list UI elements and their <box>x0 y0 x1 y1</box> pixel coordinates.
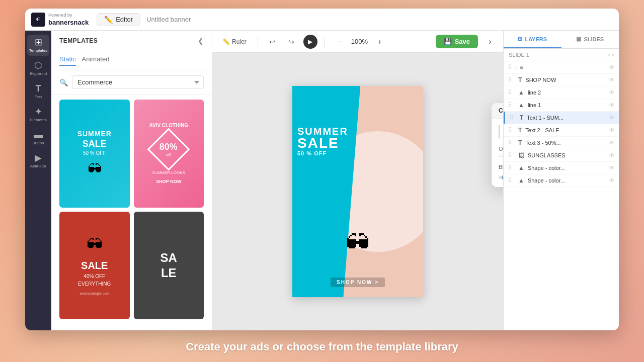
sidebar-item-elements[interactable]: ✦ Elements <box>27 104 49 125</box>
more-button[interactable]: › <box>483 35 497 49</box>
redo-button[interactable]: ↪ <box>284 35 298 49</box>
template-thumb-4[interactable]: SA LE <box>134 212 204 320</box>
tab-layers[interactable]: ⊞ LAYERS <box>504 31 561 48</box>
tmpl4-line1: SA <box>160 251 177 265</box>
banner-title-input[interactable] <box>146 16 231 23</box>
banner-sunglass-icon: 🕶 <box>346 229 370 257</box>
color-swatch[interactable] <box>499 125 500 139</box>
tmpl3-website: www.example.com <box>80 292 109 295</box>
canvas-area: 📏 Ruler ↩ ↪ ▶ − 100% + 💾 Save › <box>212 31 503 330</box>
banner-line3: 50 % OFF <box>297 150 348 156</box>
layer-name-shape1: Shape - color... <box>528 165 607 171</box>
tmpl2-off: off <box>159 152 178 157</box>
sidebar-item-text[interactable]: T Text <box>27 81 49 102</box>
zoom-out-button[interactable]: − <box>332 35 346 49</box>
template-tabs: Static Animated <box>51 51 212 70</box>
shape-layer-icon: ▲ <box>518 177 524 184</box>
shape-layer-icon: ▲ <box>518 164 524 171</box>
layer-item-text2[interactable]: ⠿ T Text 2 - SALE 👁 <box>504 124 619 137</box>
save-label: Save <box>455 38 470 45</box>
banner-shop-now: SHOP NOW > <box>331 278 385 287</box>
app-window: 🏷 Powered by bannersnack ✏️ Editor ⊞ Tem… <box>25 9 619 330</box>
visibility-icon[interactable]: 👁 <box>609 127 615 134</box>
main-layout: ⊞ Templates ⬡ Bkground T Text ✦ Elements… <box>25 31 619 330</box>
visibility-icon[interactable]: 👁 <box>609 89 615 96</box>
logo-area: 🏷 Powered by bannersnack <box>31 13 89 27</box>
zoom-in-button[interactable]: + <box>373 35 387 49</box>
layer-item-line1[interactable]: ⠿ ▲ line 1 👁 <box>504 99 619 112</box>
pencil-icon: ✏️ <box>104 16 113 24</box>
visibility-icon[interactable]: 👁 <box>609 102 615 109</box>
sidebar-animator-label: Animator <box>30 164 46 168</box>
template-thumb-2[interactable]: AVIV CLOTHING 80% off SUMMER LOOKS SHOP … <box>134 100 204 208</box>
sidebar-item-templates[interactable]: ⊞ Templates <box>27 35 49 56</box>
canvas-content[interactable]: SUMMER SALE 50 % OFF 🕶 SHOP NOW > COLOR … <box>212 53 503 330</box>
layer-item-shopnow[interactable]: ⠿ T SHOP NOW 👁 <box>504 74 619 86</box>
layer-item-text3[interactable]: ⠿ T Text 3 - 50%... 👁 <box>504 137 619 149</box>
layer-item-sunglasses[interactable]: ⠿ 🖼 SUNGLASSES 👁 <box>504 149 619 162</box>
zoom-value: 100% <box>351 38 368 45</box>
sidebar-item-button[interactable]: ▬ Button <box>27 127 49 148</box>
tab-slides[interactable]: ▦ SLIDES <box>561 31 619 48</box>
opacity-bar[interactable] <box>499 154 503 157</box>
logo-icon: 🏷 <box>31 13 45 27</box>
layer-name-shopnow: SHOP NOW <box>525 77 607 83</box>
canvas-toolbar: 📏 Ruler ↩ ↪ ▶ − 100% + 💾 Save › <box>212 31 503 53</box>
visibility-icon[interactable]: 👁 <box>609 164 615 171</box>
left-sidebar: ⊞ Templates ⬡ Bkground T Text ✦ Elements… <box>25 31 51 330</box>
visibility-icon-group[interactable]: 👁 <box>609 64 615 71</box>
layer-name-line2: line 2 <box>528 89 607 96</box>
ruler-icon: 📏 <box>222 38 230 45</box>
layer-name-text2: Text 2 - SALE <box>525 127 607 133</box>
editor-label: Editor <box>116 16 133 23</box>
slides-icon: ▦ <box>576 36 581 42</box>
expand-icon[interactable]: › <box>515 65 517 70</box>
sidebar-elements-label: Elements <box>30 118 46 122</box>
drag-handle-icon: ⠿ <box>508 164 512 171</box>
right-panel-tabs: ⊞ LAYERS ▦ SLIDES <box>504 31 619 49</box>
ruler-button[interactable]: 📏 Ruler <box>218 36 251 47</box>
sidebar-item-animator[interactable]: ▶ Animator <box>27 150 49 171</box>
template-thumb-3[interactable]: 🕶 SALE 40% OFF EVERYTHING www.example.co… <box>59 212 130 320</box>
tmpl2-cta: SHOP NOW <box>156 179 181 184</box>
visibility-icon[interactable]: 👁 <box>609 76 615 83</box>
visibility-icon[interactable]: 👁 <box>609 177 615 184</box>
undo-button[interactable]: ↩ <box>265 35 279 49</box>
text-layer-icon: T <box>518 139 522 146</box>
panel-collapse-button[interactable]: ❮ <box>198 37 204 45</box>
save-button[interactable]: 💾 Save <box>436 35 478 48</box>
drag-handle-icon: ⠿ <box>508 127 512 134</box>
banner-line1: SUMMER <box>297 126 348 136</box>
tmpl1-sunglass-icon: 🕶 <box>88 161 102 177</box>
slides-label: SLIDES <box>584 36 604 42</box>
visibility-icon[interactable]: 👁 <box>609 139 615 146</box>
editor-tab[interactable]: ✏️ Editor <box>97 13 140 26</box>
slide-next-button[interactable]: › <box>612 52 614 58</box>
tmpl1-line3: 50 % OFF <box>83 150 106 156</box>
play-button[interactable]: ▶ <box>303 35 317 49</box>
template-grid: SUMMER SALE 50 % OFF 🕶 AVIV CLOTHING 80%… <box>51 95 212 324</box>
visibility-icon[interactable]: 👁 <box>609 152 615 159</box>
tmpl3-sunglass-icon: 🕶 <box>87 235 103 254</box>
tab-animated[interactable]: Animated <box>82 55 110 66</box>
search-icon: 🔍 <box>59 78 68 86</box>
visibility-icon[interactable]: 👁 <box>609 114 615 121</box>
tmpl3-sale: SALE <box>81 260 108 272</box>
layer-item-text1[interactable]: ⠿ T Text 1 - SUM... 👁 <box>504 112 619 124</box>
sidebar-item-background[interactable]: ⬡ Bkground <box>27 58 49 79</box>
drag-handle-icon: ⠿ <box>508 89 512 96</box>
layer-item-line2[interactable]: ⠿ ▲ line 2 👁 <box>504 86 619 99</box>
tab-static[interactable]: Static <box>59 55 76 66</box>
bottom-caption: Create your ads or choose from the templ… <box>186 340 458 353</box>
template-thumb-1[interactable]: SUMMER SALE 50 % OFF 🕶 <box>59 100 130 208</box>
logo-text-block: Powered by bannersnack <box>48 13 89 27</box>
layer-item-shape1[interactable]: ⠿ ▲ Shape - color... 👁 <box>504 162 619 174</box>
layer-item-shape2[interactable]: ⠿ ▲ Shape - color... 👁 <box>504 174 619 187</box>
category-select[interactable]: Ecommerce Fashion Sale <box>72 75 204 89</box>
layer-item-group[interactable]: ⠿ › ≡ 👁 <box>504 61 619 74</box>
tmpl1-line1: SUMMER <box>77 130 112 138</box>
slide-prev-button[interactable]: ‹ <box>608 52 610 58</box>
banner-preview[interactable]: SUMMER SALE 50 % OFF 🕶 SHOP NOW > <box>292 86 423 297</box>
zoom-area: 100% <box>351 38 368 45</box>
blur-slider[interactable] <box>499 176 503 179</box>
